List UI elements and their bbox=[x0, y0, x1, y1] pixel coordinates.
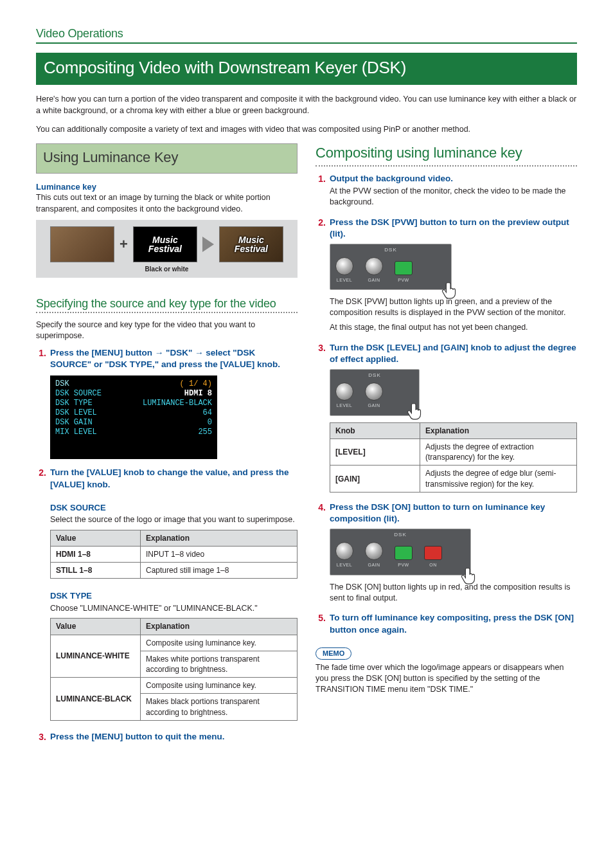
table-cell: Composite using luminance key. bbox=[141, 678, 298, 694]
divider bbox=[36, 312, 298, 313]
menu-row-value: HDMI 8 bbox=[184, 389, 212, 399]
figure-result-text2: Festival bbox=[235, 244, 268, 253]
table-cell: Captured still image 1–8 bbox=[141, 563, 298, 579]
dsk-panel-knobs: LEVEL GAIN bbox=[330, 369, 420, 415]
intro-paragraph-2: You can additionally composite a variety… bbox=[36, 124, 577, 136]
th-explanation: Explanation bbox=[141, 619, 298, 635]
step-number: 5. bbox=[315, 612, 326, 635]
pvw-button: PVW bbox=[395, 546, 413, 568]
th-value: Value bbox=[51, 619, 141, 635]
step4-after: The DSK [ON] button lights up in red, an… bbox=[330, 582, 577, 604]
dsk-type-table: ValueExplanation LUMINANCE-WHITE Composi… bbox=[50, 618, 298, 720]
menu-row-label: DSK LEVEL bbox=[55, 408, 97, 418]
right-column: Compositing using luminance key 1. Outpu… bbox=[315, 143, 577, 746]
figure-text-line1: Music bbox=[152, 235, 178, 244]
step-title: Press the DSK [ON] button to turn on lum… bbox=[330, 502, 577, 525]
step-title: Press the [MENU] button → "DSK" → select… bbox=[50, 347, 298, 370]
knob-label: GAIN bbox=[368, 277, 380, 283]
arrow-icon: → bbox=[195, 348, 204, 357]
step-number: 1. bbox=[36, 347, 46, 370]
step-title: Turn the DSK [LEVEL] and [GAIN] knob to … bbox=[330, 342, 577, 365]
table-cell: LUMINANCE-WHITE bbox=[51, 635, 141, 678]
luminance-key-heading: Luminance key bbox=[36, 181, 298, 193]
menu-row-value: LUMINANCE-BLACK bbox=[143, 399, 212, 408]
dsk-panel-pvw: LEVEL GAIN PVW bbox=[330, 244, 452, 290]
hand-pointer-icon bbox=[441, 280, 460, 300]
right-step-2: 2. Press the DSK [PVW] button to turn on… bbox=[315, 217, 577, 240]
knob-label: GAIN bbox=[368, 402, 380, 408]
menu-row-value: 255 bbox=[198, 428, 212, 437]
step1-part-b: "DSK" bbox=[163, 348, 195, 357]
knob-table: KnobExplanation [LEVEL]Adjusts the degre… bbox=[330, 422, 577, 493]
right-step-4: 4. Press the DSK [ON] button to turn on … bbox=[315, 502, 577, 525]
table-cell: HDMI 1–8 bbox=[51, 547, 141, 563]
table-cell: STILL 1–8 bbox=[51, 563, 141, 579]
knob-label: LEVEL bbox=[337, 402, 352, 408]
page-title: Compositing Video with Downstream Keyer … bbox=[36, 53, 577, 85]
th-value: Value bbox=[51, 530, 141, 546]
level-knob: LEVEL bbox=[335, 542, 353, 568]
dsk-source-table: ValueExplanation HDMI 1–8INPUT 1–8 video… bbox=[50, 530, 298, 579]
menu-row-label: DSK TYPE bbox=[55, 399, 93, 408]
menu-row-value: 0 bbox=[208, 418, 212, 428]
level-knob: LEVEL bbox=[335, 383, 353, 408]
intro-block: Here's how you can turn a portion of the… bbox=[36, 94, 577, 136]
step-title: Turn the [VALUE] knob to change the valu… bbox=[50, 467, 298, 490]
luminance-figure: + Music Festival Music Festival Black or… bbox=[36, 220, 298, 278]
step2-after-1: The DSK [PVW] button lights up in green,… bbox=[330, 296, 577, 318]
step-number: 3. bbox=[315, 342, 326, 365]
specifying-desc: Specify the source and key type for the … bbox=[36, 320, 298, 342]
step-number: 4. bbox=[315, 502, 326, 525]
plus-icon: + bbox=[120, 235, 128, 254]
luminance-key-desc: This cuts out text or an image by turnin… bbox=[36, 192, 298, 215]
menu-row-label: MIX LEVEL bbox=[55, 428, 97, 437]
dsk-source-desc: Select the source of the logo or image t… bbox=[50, 514, 298, 526]
menu-row-value: 64 bbox=[203, 408, 212, 418]
memo-badge: MEMO bbox=[315, 647, 351, 660]
left-step-3: 3. Press the [MENU] button to quit the m… bbox=[36, 731, 298, 743]
figure-caption: Black or white bbox=[44, 265, 290, 274]
right-step-5: 5. To turn off luminance key compositing… bbox=[315, 612, 577, 635]
hand-pointer-icon bbox=[406, 401, 425, 420]
left-step-2: 2. Turn the [VALUE] knob to change the v… bbox=[36, 467, 298, 490]
level-knob: LEVEL bbox=[335, 257, 353, 283]
knob-label: LEVEL bbox=[337, 562, 352, 568]
step-title: To turn off luminance key compositing, p… bbox=[330, 612, 577, 635]
h3-specifying-source: Specifying the source and key type for t… bbox=[36, 296, 298, 311]
figure-text-line2: Festival bbox=[148, 244, 182, 253]
step-number: 1. bbox=[315, 173, 326, 208]
step-number: 3. bbox=[36, 731, 46, 743]
menu-row-label: DSK SOURCE bbox=[55, 389, 102, 399]
dsk-source-heading: DSK SOURCE bbox=[50, 502, 298, 514]
divider bbox=[315, 165, 577, 167]
btn-label: PVW bbox=[398, 562, 409, 568]
knob-label: LEVEL bbox=[337, 277, 352, 283]
arrow-right-icon bbox=[202, 237, 214, 252]
hand-pointer-icon bbox=[460, 566, 479, 585]
h2-using-luminance-key: Using Luminance Key bbox=[36, 143, 298, 174]
left-step-1: 1. Press the [MENU] button → "DSK" → sel… bbox=[36, 347, 298, 370]
right-step-3: 3. Turn the DSK [LEVEL] and [GAIN] knob … bbox=[315, 342, 577, 365]
table-cell: INPUT 1–8 video bbox=[141, 547, 298, 563]
gain-knob: GAIN bbox=[365, 542, 383, 568]
step-number: 2. bbox=[36, 467, 46, 490]
pvw-button: PVW bbox=[395, 261, 413, 283]
step-title: Press the [MENU] button to quit the menu… bbox=[50, 731, 298, 743]
table-cell: [GAIN] bbox=[330, 466, 420, 492]
menu-row-label: DSK GAIN bbox=[55, 418, 93, 428]
step-number: 2. bbox=[315, 217, 326, 240]
right-step-1: 1. Output the background video. At the P… bbox=[315, 173, 577, 208]
menu-page: ( 1/ 4) bbox=[180, 379, 212, 389]
step-title: Press the DSK [PVW] button to turn on th… bbox=[330, 217, 577, 240]
gain-knob: GAIN bbox=[365, 257, 383, 283]
table-cell: Adjusts the degree of edge blur (semi-tr… bbox=[420, 466, 577, 492]
th-explanation: Explanation bbox=[141, 530, 298, 546]
step1-part-a: Press the [MENU] button bbox=[50, 348, 155, 357]
table-cell: Makes black portions transparent accordi… bbox=[141, 694, 298, 720]
menu-title: DSK bbox=[55, 379, 69, 388]
section-header: Video Operations bbox=[36, 26, 577, 44]
dsk-panel-on: LEVEL GAIN PVW ON bbox=[330, 529, 471, 575]
btn-label: PVW bbox=[398, 277, 409, 283]
intro-paragraph-1: Here's how you can turn a portion of the… bbox=[36, 94, 577, 116]
figure-bg-thumb bbox=[50, 226, 114, 262]
